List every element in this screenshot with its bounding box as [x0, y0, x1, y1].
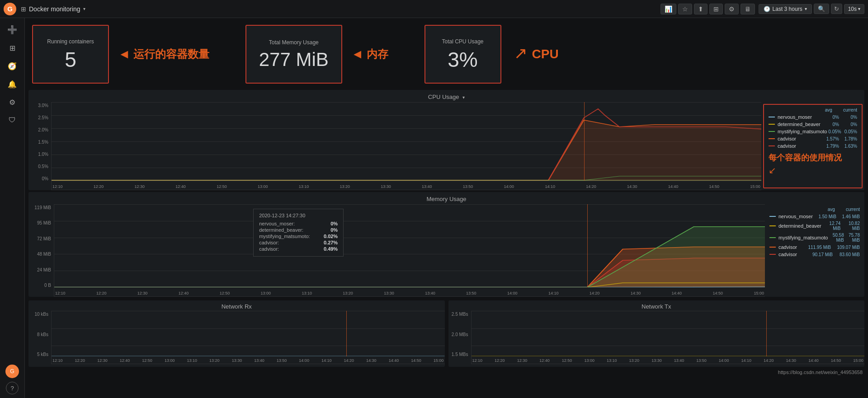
mem-legend-item-1[interactable]: nervous_moser 1.50 MiB 1.46 MiB [769, 214, 860, 219]
share-btn[interactable]: ⬆ [694, 4, 708, 14]
tooltip-row-5: cadvisor: 0.49% [259, 246, 338, 252]
mem-legend-item-3[interactable]: mystifying_matsumoto 50.58 MiB 75.78 MiB [769, 233, 860, 243]
cpu-legend-name-4: cadvisor [778, 136, 823, 141]
mem-vline [587, 204, 588, 287]
cpu-legend-item-3[interactable]: mystifying_matsumoto 0.05% 0.05% [769, 129, 857, 134]
network-rx-title[interactable]: Network Rx [28, 300, 445, 311]
network-tx-title[interactable]: Network Tx [448, 300, 865, 311]
help-icon[interactable]: ? [6, 382, 19, 394]
cpu-yaxis: 3.0% 2.5% 2.0% 1.5% 1.0% 0.5% 0% [28, 102, 51, 190]
memory-legend-header: avg current [769, 207, 860, 212]
time-range-label: Last 3 hours [773, 6, 802, 12]
network-rx-chart: Network Rx 10 kBs 8 kBs 5 kBs [28, 300, 445, 367]
cpu-legend-avg-4: 1.57% [823, 136, 839, 141]
cpu-legend-avg-3: 0.05% [827, 129, 841, 134]
url-bar: https://blog.csdn.net/weixin_44953658 [25, 369, 868, 376]
grafana-logo[interactable]: G [4, 3, 16, 15]
annotation-memory: ◄ 内存 [351, 47, 388, 61]
memory-chart-title[interactable]: Memory Usage [28, 192, 864, 204]
cpu-y-05: 0.5% [38, 164, 48, 169]
cpu-legend-avg-5: 1.79% [823, 144, 839, 149]
add-panel-btn[interactable]: 📊 [660, 4, 676, 14]
total-memory-value: 277 MiB [259, 50, 329, 69]
refresh-icon-btn[interactable]: ↻ [831, 4, 842, 14]
network-rx-title-text: Network Rx [222, 303, 252, 310]
cpu-y-15: 1.5% [38, 140, 48, 145]
cpu-chart-svg [52, 102, 761, 181]
refresh-interval[interactable]: 10s ▾ [844, 4, 864, 14]
tooltip-val-5: 0.49% [324, 246, 338, 252]
tooltip-row-2: determined_beaver: 0% [259, 227, 338, 233]
refresh-dropdown-icon: ▾ [858, 6, 860, 11]
cpu-legend-current-1: 0% [841, 115, 857, 120]
tooltip-val-2: 0% [330, 227, 338, 233]
cpu-xaxis: 12:1012:2012:3012:4012:5013:0013:1013:20… [52, 183, 761, 190]
avatar[interactable]: G [5, 365, 19, 378]
cpu-legend-current-3: 0.05% [843, 129, 857, 134]
running-containers-panel: Running containers 5 [32, 25, 109, 84]
memory-tooltip: 2020-12-23 14:27:30 nervous_moser: 0% de… [253, 209, 344, 257]
sidebar-item-config[interactable]: ⚙ [4, 94, 20, 110]
cpu-legend-item-4[interactable]: cadvisor 1.57% 1.78% [769, 136, 857, 141]
sidebar-item-alerts[interactable]: 🔔 [4, 76, 20, 92]
time-dropdown-icon: ▾ [805, 6, 807, 11]
sidebar-item-add[interactable]: ➕ [4, 22, 20, 38]
tooltip-name-5: cadvisor: [259, 246, 279, 252]
memory-chart-area: 2020-12-23 14:27:30 nervous_moser: 0% de… [54, 204, 765, 297]
topbar-actions: 📊 ☆ ⬆ ⊞ ⚙ 🖥 🕐 Last 3 hours ▾ 🔍 ↻ 10s ▾ [660, 4, 864, 14]
dashboard-title-area[interactable]: ⊞ Docker monitoring ▾ [21, 5, 85, 13]
sidebar-item-dashboard[interactable]: ⊞ [4, 40, 20, 56]
time-picker[interactable]: 🕐 Last 3 hours ▾ [759, 4, 812, 14]
cpu-chart-dropdown: ▾ [462, 95, 465, 100]
cpu-legend-color-1 [769, 117, 775, 117]
mem-legend-item-2[interactable]: determined_beaver 12.74 MiB 10.82 MiB [769, 221, 860, 231]
sidebar-item-shield[interactable]: 🛡 [4, 112, 20, 128]
search-time-btn[interactable]: 🔍 [814, 4, 829, 14]
star-btn[interactable]: ☆ [678, 4, 692, 14]
tooltip-name-4: cadvisor: [259, 240, 279, 245]
annotation-cpu: ↙ CPU [514, 45, 559, 64]
cpu-legend-color-3 [769, 131, 775, 132]
cpu-legend-item-2[interactable]: determined_beaver 0% 0% [769, 122, 857, 127]
url-text: https://blog.csdn.net/weixin_44953658 [778, 370, 863, 375]
memory-chart-svg [54, 204, 765, 287]
annotation-running-arrow: ◄ [118, 47, 131, 61]
main-content: Running containers 5 ◄ 运行的容器数量 Total Mem… [25, 18, 868, 398]
total-cpu-panel: Total CPU Usage 3% [425, 25, 501, 84]
annotation-memory-arrow: ◄ [351, 47, 364, 61]
tooltip-val-1: 0% [330, 221, 338, 226]
cpu-legend-current-5: 1.63% [841, 144, 857, 149]
mem-legend-item-5[interactable]: cadvisor 90.17 MiB 83.60 MiB [769, 252, 860, 257]
svg-marker-0 [52, 120, 761, 181]
memory-xaxis: 12:1012:2012:3012:4012:5013:0013:1013:20… [54, 290, 765, 296]
rx-y-10: 10 kBs [34, 312, 48, 317]
mem-legend-item-4[interactable]: cadvisor 111.95 MiB 109.07 MiB [769, 244, 860, 250]
cpu-y-3: 3.0% [38, 103, 48, 108]
running-containers-value: 5 [65, 49, 76, 70]
tooltip-name-3: mystifying_matsumoto: [259, 234, 310, 239]
tooltip-row-4: cadvisor: 0.27% [259, 240, 338, 245]
annotation-cpu-text: CPU [532, 47, 559, 61]
cpu-legend-name-3: mystifying_matsumoto [778, 129, 827, 134]
cpu-chart-area: 12:1012:2012:3012:4012:5013:0013:1013:20… [51, 102, 761, 190]
cpu-y-0: 0% [42, 176, 48, 181]
cpu-legend-header: avg current [769, 108, 857, 112]
total-cpu-value: 3% [448, 49, 477, 70]
network-rx-yaxis: 10 kBs 8 kBs 5 kBs [28, 311, 51, 364]
cpu-legend-name-2: determined_beaver [778, 122, 823, 127]
cpu-legend-item-1[interactable]: nervous_moser 0% 0% [769, 114, 857, 120]
cpu-legend-item-5[interactable]: cadvisor 1.79% 1.63% [769, 143, 857, 149]
view-mode-btn[interactable]: ⊞ [709, 4, 723, 14]
cpu-legend-avg-header: avg [825, 108, 832, 112]
sidebar-item-explore[interactable]: 🧭 [4, 58, 20, 74]
tv-mode-btn[interactable]: 🖥 [741, 4, 755, 14]
mem-y-48: 48 MiB [37, 252, 51, 257]
memory-chart-body: 119 MiB 95 MiB 72 MiB 48 MiB 24 MiB 0 B [28, 204, 864, 297]
network-tx-yaxis: 2.5 MBs 2.0 MBs 1.5 MBs [448, 311, 471, 364]
mem-y-0: 0 B [44, 283, 51, 288]
settings-btn[interactable]: ⚙ [725, 4, 739, 14]
cpu-chart-title[interactable]: CPU Usage ▾ [28, 90, 864, 102]
sidebar-bottom: G ? [5, 365, 19, 394]
total-memory-panel: Total Memory Usage 277 MiB [245, 25, 342, 84]
memory-legend: avg current nervous_moser 1.50 MiB 1.46 … [765, 204, 864, 297]
